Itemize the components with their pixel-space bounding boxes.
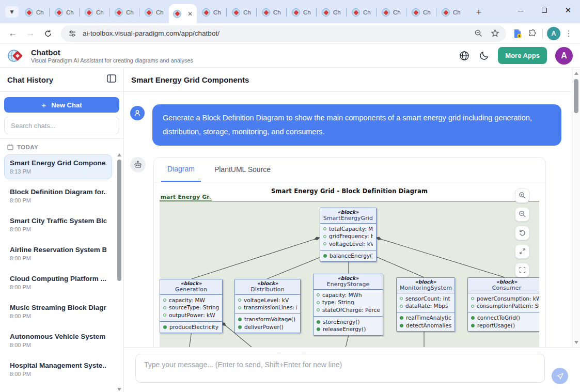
message-input[interactable]: [135, 354, 545, 383]
browser-tab[interactable]: Ch: [406, 4, 436, 21]
operation-icon: [400, 324, 403, 327]
reload-button[interactable]: [40, 26, 56, 41]
attribute-icon: [238, 306, 241, 309]
new-chat-button[interactable]: +New Chat: [4, 97, 119, 113]
page-title: Smart Energy Grid Components: [131, 75, 249, 84]
forward-button[interactable]: →: [23, 26, 38, 41]
browser-profile-avatar[interactable]: A: [547, 27, 560, 40]
tab-plantuml-source[interactable]: PlantUML Source: [214, 158, 271, 182]
browser-tab[interactable]: Ch: [197, 4, 226, 21]
send-plane-icon: [556, 372, 564, 380]
browser-tab[interactable]: Ch: [287, 4, 316, 21]
browser-tab[interactable]: Ch: [347, 4, 376, 21]
window-minimize-button[interactable]: ─: [509, 0, 532, 21]
window-close-button[interactable]: ✕: [556, 0, 580, 21]
reset-view-button[interactable]: [515, 226, 529, 240]
diagram-frame-label: mart Energy Grid: [160, 193, 212, 201]
browser-tab[interactable]: Ch: [377, 4, 406, 21]
scroll-down-icon[interactable]: [574, 341, 578, 344]
browser-tab[interactable]: Ch: [109, 4, 139, 21]
scroll-up-icon[interactable]: [117, 153, 121, 156]
fullscreen-button[interactable]: [515, 263, 529, 277]
browser-tab[interactable]: Ch: [257, 4, 286, 21]
visual-paradigm-favicon: [442, 8, 450, 17]
diagram-title: Smart Energy Grid - Block Definition Dia…: [160, 182, 539, 201]
uml-block-monitoringsystem[interactable]: «block»MonitoringSystem sensorCount: int…: [396, 277, 455, 332]
back-button[interactable]: ←: [5, 26, 21, 41]
app-title: Chatbot: [31, 48, 193, 57]
scroll-down-icon[interactable]: [117, 388, 121, 391]
url-text[interactable]: ai-toolbox.visual-paradigm.com/app/chatb…: [83, 29, 468, 37]
browser-tab[interactable]: Ch: [139, 4, 169, 21]
chat-item[interactable]: Music Streaming Block Diagr... 8:00 PM: [4, 299, 112, 324]
language-globe-icon[interactable]: [459, 50, 470, 61]
bookmark-star-icon[interactable]: [489, 27, 501, 40]
operation-icon: [238, 318, 242, 321]
operation-icon: [471, 324, 475, 327]
uml-block-energystorage[interactable]: «block»EnergyStorage capacity: MWh type:…: [313, 274, 383, 336]
app-subtitle: Visual Paradigm AI Assistant for creatin…: [31, 57, 193, 64]
uml-block-consumer[interactable]: «block»Consumer powerConsumption: kW con…: [467, 277, 539, 332]
tab-close-icon[interactable]: ✕: [187, 11, 193, 17]
site-settings-icon[interactable]: [66, 27, 79, 40]
attribute-icon: [400, 297, 403, 300]
diagram-controls: [515, 189, 529, 277]
operation-icon: [163, 325, 167, 329]
send-button[interactable]: [552, 368, 568, 384]
tab-search-chevron-icon[interactable]: ▼: [5, 6, 19, 18]
visual-paradigm-favicon: [25, 8, 33, 17]
visual-paradigm-logo: [7, 46, 26, 65]
address-bar[interactable]: ai-toolbox.visual-paradigm.com/app/chatb…: [61, 25, 506, 42]
chat-item[interactable]: Hospital Management Syste... 8:00 PM: [4, 357, 112, 382]
uml-block-distribution[interactable]: «block»Distribution voltageLevel: kV tra…: [234, 279, 301, 334]
message-composer: [124, 347, 580, 392]
operation-icon: [471, 316, 475, 320]
chat-item[interactable]: Airline Reservation System Bl... 8:00 PM: [4, 241, 112, 266]
chat-item[interactable]: Food Delivery System Struct...: [4, 386, 112, 392]
section-label: TODAY: [17, 144, 38, 150]
search-chats-input[interactable]: [4, 117, 119, 134]
zoom-out-button[interactable]: [515, 207, 529, 222]
attribute-icon: [323, 242, 326, 245]
maximize-icon: [542, 8, 547, 13]
sidebar-scrollbar[interactable]: [116, 153, 122, 391]
app-header: Chatbot Visual Paradigm AI Assistant for…: [0, 44, 580, 68]
dark-mode-moon-icon[interactable]: [478, 50, 490, 61]
tab-diagram[interactable]: Diagram: [161, 158, 201, 182]
user-message-row: Generate a Block Definition Diagram to s…: [130, 104, 561, 146]
scrollbar-thumb[interactable]: [117, 160, 121, 281]
zoom-level-icon[interactable]: [472, 27, 484, 40]
uml-block-smartenergygrid[interactable]: «block»SmartEnergyGrid totalCapacity: MW…: [320, 208, 377, 262]
window-maximize-button[interactable]: [532, 0, 556, 21]
download-extension-icon[interactable]: [511, 27, 524, 40]
chat-item[interactable]: Autonomous Vehicle System ... 8:00 PM: [4, 328, 112, 353]
attribute-icon: [238, 299, 241, 302]
browser-tab-active[interactable]: ✕: [169, 4, 197, 23]
diagram-viewport[interactable]: Smart Energy Grid - Block Definition Dia…: [160, 182, 539, 347]
chat-item[interactable]: Smart City Traffic System Blo... 8:00 PM: [4, 212, 112, 237]
visual-paradigm-favicon: [115, 8, 123, 17]
attribute-icon: [400, 305, 403, 308]
extensions-puzzle-icon[interactable]: [526, 27, 538, 40]
browser-tab[interactable]: Ch: [80, 4, 109, 21]
chat-scrollbar[interactable]: [572, 68, 580, 347]
diagram-canvas[interactable]: «block»SmartEnergyGrid totalCapacity: MW…: [160, 201, 539, 347]
browser-tab[interactable]: Ch: [20, 4, 49, 21]
browser-tab[interactable]: Ch: [436, 4, 466, 21]
browser-menu-icon[interactable]: ⋮: [562, 27, 575, 40]
new-tab-button[interactable]: +: [472, 6, 485, 19]
scrollbar-thumb[interactable]: [574, 79, 578, 113]
expand-button[interactable]: [515, 244, 529, 259]
scroll-up-icon[interactable]: [574, 72, 578, 75]
chat-item[interactable]: Cloud Computing Platform ... 8:00 PM: [4, 270, 112, 295]
zoom-in-button[interactable]: [515, 189, 529, 203]
chat-item[interactable]: Block Definition Diagram for... 8:00 PM: [4, 183, 112, 208]
user-avatar[interactable]: A: [555, 47, 573, 65]
more-apps-button[interactable]: More Apps: [498, 47, 547, 64]
chat-item[interactable]: Smart Energy Grid Compone... 8:13 PM: [4, 154, 112, 179]
uml-block-generation[interactable]: «block»Generation capacity: MW sourceTyp…: [160, 279, 223, 334]
browser-tab[interactable]: Ch: [227, 4, 256, 21]
collapse-panel-icon[interactable]: [107, 74, 116, 85]
browser-tab[interactable]: Ch: [317, 4, 346, 21]
browser-tab[interactable]: Ch: [50, 4, 79, 21]
